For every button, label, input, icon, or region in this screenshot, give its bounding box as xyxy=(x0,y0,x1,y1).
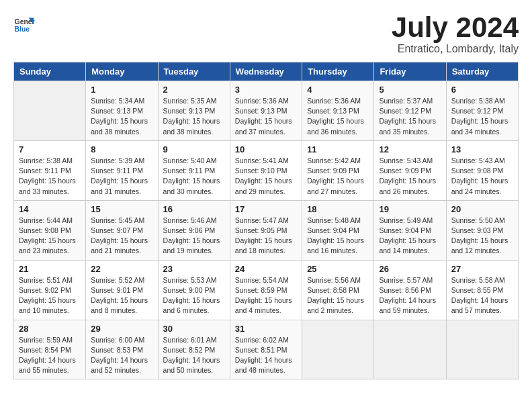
day-number: 3 xyxy=(235,85,297,95)
calendar-week-2: 7Sunrise: 5:38 AMSunset: 9:11 PMDaylight… xyxy=(14,140,519,200)
calendar-cell: 11Sunrise: 5:42 AMSunset: 9:09 PMDayligh… xyxy=(302,140,374,200)
day-info: Sunrise: 5:41 AMSunset: 9:10 PMDaylight:… xyxy=(235,156,297,197)
day-number: 28 xyxy=(19,324,81,334)
day-info: Sunrise: 5:58 AMSunset: 8:55 PMDaylight:… xyxy=(451,275,513,316)
day-info: Sunrise: 5:40 AMSunset: 9:11 PMDaylight:… xyxy=(163,156,225,197)
day-info: Sunrise: 5:36 AMSunset: 9:13 PMDaylight:… xyxy=(307,96,369,137)
col-friday: Friday xyxy=(374,62,446,81)
svg-text:Blue: Blue xyxy=(15,26,30,33)
day-number: 13 xyxy=(451,144,513,154)
day-info: Sunrise: 5:47 AMSunset: 9:05 PMDaylight:… xyxy=(235,216,297,257)
day-info: Sunrise: 5:56 AMSunset: 8:58 PMDaylight:… xyxy=(307,275,369,316)
day-number: 26 xyxy=(379,264,441,274)
col-wednesday: Wednesday xyxy=(230,62,302,81)
calendar-header-row: Sunday Monday Tuesday Wednesday Thursday… xyxy=(14,62,519,81)
calendar-cell: 9Sunrise: 5:40 AMSunset: 9:11 PMDaylight… xyxy=(158,140,230,200)
day-info: Sunrise: 5:48 AMSunset: 9:04 PMDaylight:… xyxy=(307,216,369,257)
calendar-cell: 4Sunrise: 5:36 AMSunset: 9:13 PMDaylight… xyxy=(302,81,374,141)
day-number: 17 xyxy=(235,204,297,214)
calendar-cell xyxy=(446,320,518,379)
day-number: 25 xyxy=(307,264,369,274)
calendar-cell: 12Sunrise: 5:43 AMSunset: 9:09 PMDayligh… xyxy=(374,140,446,200)
calendar-cell: 31Sunrise: 6:02 AMSunset: 8:51 PMDayligh… xyxy=(230,320,302,379)
calendar-cell: 15Sunrise: 5:45 AMSunset: 9:07 PMDayligh… xyxy=(86,200,158,260)
day-info: Sunrise: 5:49 AMSunset: 9:04 PMDaylight:… xyxy=(379,216,441,257)
calendar-cell: 24Sunrise: 5:54 AMSunset: 8:59 PMDayligh… xyxy=(230,260,302,320)
calendar-cell: 8Sunrise: 5:39 AMSunset: 9:11 PMDaylight… xyxy=(86,140,158,200)
day-number: 5 xyxy=(379,85,441,95)
calendar-cell: 25Sunrise: 5:56 AMSunset: 8:58 PMDayligh… xyxy=(302,260,374,320)
day-info: Sunrise: 5:52 AMSunset: 9:01 PMDaylight:… xyxy=(91,275,152,316)
calendar-cell xyxy=(374,320,446,379)
calendar-cell: 10Sunrise: 5:41 AMSunset: 9:10 PMDayligh… xyxy=(230,140,302,200)
day-number: 22 xyxy=(91,264,152,274)
day-number: 12 xyxy=(379,144,441,154)
calendar-week-4: 21Sunrise: 5:51 AMSunset: 9:02 PMDayligh… xyxy=(14,260,519,320)
col-tuesday: Tuesday xyxy=(158,62,230,81)
calendar-cell: 20Sunrise: 5:50 AMSunset: 9:03 PMDayligh… xyxy=(446,200,518,260)
day-info: Sunrise: 5:42 AMSunset: 9:09 PMDaylight:… xyxy=(307,156,369,197)
calendar-cell: 29Sunrise: 6:00 AMSunset: 8:53 PMDayligh… xyxy=(86,320,158,379)
day-number: 15 xyxy=(91,204,152,214)
calendar-cell: 13Sunrise: 5:43 AMSunset: 9:08 PMDayligh… xyxy=(446,140,518,200)
day-info: Sunrise: 5:35 AMSunset: 9:13 PMDaylight:… xyxy=(163,96,225,137)
calendar-cell: 18Sunrise: 5:48 AMSunset: 9:04 PMDayligh… xyxy=(302,200,374,260)
page-subtitle: Entratico, Lombardy, Italy xyxy=(392,43,519,55)
day-info: Sunrise: 5:36 AMSunset: 9:13 PMDaylight:… xyxy=(235,96,297,137)
calendar-cell: 1Sunrise: 5:34 AMSunset: 9:13 PMDaylight… xyxy=(86,81,158,141)
logo: General Blue xyxy=(13,13,35,35)
col-monday: Monday xyxy=(86,62,158,81)
day-number: 4 xyxy=(307,85,369,95)
day-info: Sunrise: 5:59 AMSunset: 8:54 PMDaylight:… xyxy=(19,335,81,376)
day-info: Sunrise: 5:45 AMSunset: 9:07 PMDaylight:… xyxy=(91,216,152,257)
day-info: Sunrise: 6:00 AMSunset: 8:53 PMDaylight:… xyxy=(91,335,152,376)
day-number: 19 xyxy=(379,204,441,214)
calendar-week-1: 1Sunrise: 5:34 AMSunset: 9:13 PMDaylight… xyxy=(14,81,519,141)
calendar-cell: 17Sunrise: 5:47 AMSunset: 9:05 PMDayligh… xyxy=(230,200,302,260)
day-info: Sunrise: 5:34 AMSunset: 9:13 PMDaylight:… xyxy=(91,96,152,137)
day-info: Sunrise: 5:53 AMSunset: 9:00 PMDaylight:… xyxy=(163,275,225,316)
day-info: Sunrise: 6:02 AMSunset: 8:51 PMDaylight:… xyxy=(235,335,297,376)
calendar-cell: 27Sunrise: 5:58 AMSunset: 8:55 PMDayligh… xyxy=(446,260,518,320)
calendar-cell: 16Sunrise: 5:46 AMSunset: 9:06 PMDayligh… xyxy=(158,200,230,260)
calendar-cell: 14Sunrise: 5:44 AMSunset: 9:08 PMDayligh… xyxy=(14,200,86,260)
day-number: 6 xyxy=(451,85,513,95)
day-number: 21 xyxy=(19,264,81,274)
calendar-cell xyxy=(14,81,86,141)
day-info: Sunrise: 6:01 AMSunset: 8:52 PMDaylight:… xyxy=(163,335,225,376)
col-thursday: Thursday xyxy=(302,62,374,81)
day-info: Sunrise: 5:38 AMSunset: 9:12 PMDaylight:… xyxy=(451,96,513,137)
day-info: Sunrise: 5:39 AMSunset: 9:11 PMDaylight:… xyxy=(91,156,152,197)
title-area: July 2024 Entratico, Lombardy, Italy xyxy=(392,13,519,55)
calendar-cell: 30Sunrise: 6:01 AMSunset: 8:52 PMDayligh… xyxy=(158,320,230,379)
day-info: Sunrise: 5:46 AMSunset: 9:06 PMDaylight:… xyxy=(163,216,225,257)
day-number: 30 xyxy=(163,324,225,334)
day-info: Sunrise: 5:38 AMSunset: 9:11 PMDaylight:… xyxy=(19,156,81,197)
col-sunday: Sunday xyxy=(14,62,86,81)
day-number: 23 xyxy=(163,264,225,274)
calendar-cell: 7Sunrise: 5:38 AMSunset: 9:11 PMDaylight… xyxy=(14,140,86,200)
calendar-table: Sunday Monday Tuesday Wednesday Thursday… xyxy=(13,62,519,379)
day-number: 11 xyxy=(307,144,369,154)
day-number: 1 xyxy=(91,85,152,95)
calendar-cell: 19Sunrise: 5:49 AMSunset: 9:04 PMDayligh… xyxy=(374,200,446,260)
day-number: 2 xyxy=(163,85,225,95)
day-info: Sunrise: 5:37 AMSunset: 9:12 PMDaylight:… xyxy=(379,96,441,137)
page-title: July 2024 xyxy=(392,13,519,42)
day-number: 29 xyxy=(91,324,152,334)
calendar-cell: 3Sunrise: 5:36 AMSunset: 9:13 PMDaylight… xyxy=(230,81,302,141)
logo-icon: General Blue xyxy=(13,13,35,35)
calendar-cell: 26Sunrise: 5:57 AMSunset: 8:56 PMDayligh… xyxy=(374,260,446,320)
day-info: Sunrise: 5:43 AMSunset: 9:08 PMDaylight:… xyxy=(451,156,513,197)
day-number: 9 xyxy=(163,144,225,154)
calendar-week-5: 28Sunrise: 5:59 AMSunset: 8:54 PMDayligh… xyxy=(14,320,519,379)
day-info: Sunrise: 5:54 AMSunset: 8:59 PMDaylight:… xyxy=(235,275,297,316)
day-info: Sunrise: 5:51 AMSunset: 9:02 PMDaylight:… xyxy=(19,275,81,316)
calendar-cell: 22Sunrise: 5:52 AMSunset: 9:01 PMDayligh… xyxy=(86,260,158,320)
day-number: 27 xyxy=(451,264,513,274)
calendar-cell: 28Sunrise: 5:59 AMSunset: 8:54 PMDayligh… xyxy=(14,320,86,379)
day-number: 31 xyxy=(235,324,297,334)
day-number: 10 xyxy=(235,144,297,154)
day-number: 8 xyxy=(91,144,152,154)
calendar-cell: 2Sunrise: 5:35 AMSunset: 9:13 PMDaylight… xyxy=(158,81,230,141)
